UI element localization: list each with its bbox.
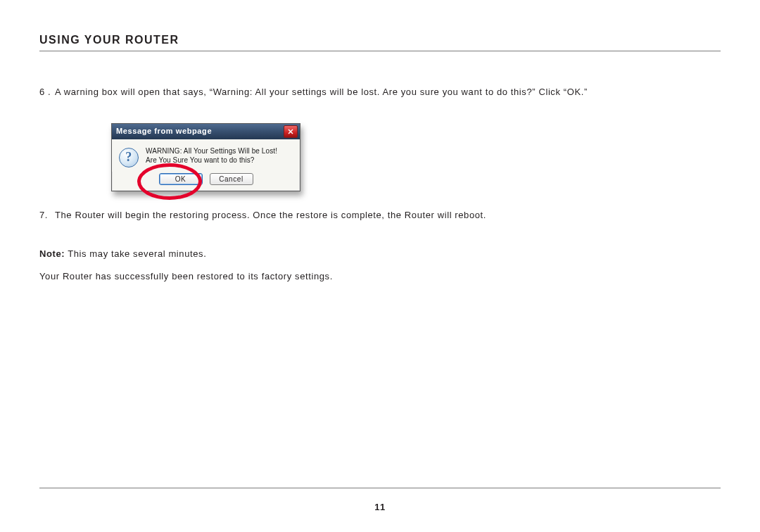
message-dialog: Message from webpage ? WARNING: All Your… bbox=[111, 123, 300, 191]
close-button[interactable] bbox=[284, 125, 298, 138]
note-label: Note: bbox=[39, 248, 65, 259]
divider-bottom bbox=[39, 488, 721, 488]
main-content: 6 . A warning box will open that says, “… bbox=[39, 51, 721, 283]
page-number: 11 bbox=[0, 502, 760, 512]
step-text: A warning box will open that says, “Warn… bbox=[55, 85, 721, 99]
section-heading: USING YOUR ROUTER bbox=[39, 34, 721, 46]
step-number: 6 . bbox=[39, 85, 55, 99]
dialog-body: ? WARNING: All Your Settings Will be Los… bbox=[112, 139, 300, 172]
question-icon: ? bbox=[119, 148, 139, 167]
conclusion-paragraph: Your Router has successfully been restor… bbox=[39, 270, 721, 284]
step-number: 7. bbox=[39, 208, 55, 222]
step-text: The Router will begin the restoring proc… bbox=[55, 208, 721, 222]
note-text: This may take several minutes. bbox=[65, 248, 206, 259]
dialog-message-line2: Are You Sure You want to do this? bbox=[146, 156, 277, 165]
dialog-button-row: OK Cancel bbox=[112, 172, 300, 191]
note-paragraph: Note: This may take several minutes. bbox=[39, 247, 721, 261]
close-icon bbox=[288, 129, 293, 134]
step-6: 6 . A warning box will open that says, “… bbox=[39, 85, 721, 99]
ok-button[interactable]: OK bbox=[159, 173, 203, 185]
dialog-screenshot: Message from webpage ? WARNING: All Your… bbox=[111, 123, 721, 191]
dialog-titlebar: Message from webpage bbox=[112, 124, 300, 139]
step-7: 7. The Router will begin the restoring p… bbox=[39, 208, 721, 222]
dialog-message-line1: WARNING: All Your Settings Will be Lost! bbox=[146, 146, 277, 156]
dialog-message: WARNING: All Your Settings Will be Lost!… bbox=[146, 146, 277, 167]
cancel-button[interactable]: Cancel bbox=[210, 173, 253, 185]
dialog-title-text: Message from webpage bbox=[116, 125, 212, 137]
document-page: USING YOUR ROUTER 6 . A warning box will… bbox=[0, 0, 760, 532]
